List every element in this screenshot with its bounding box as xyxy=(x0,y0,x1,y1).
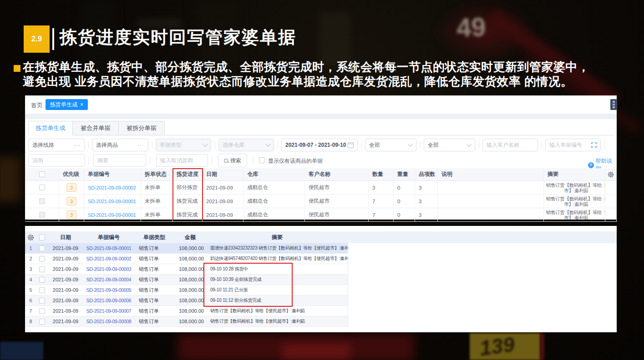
row-checkbox[interactable] xyxy=(39,277,45,283)
order-no-link[interactable]: SD-2021-09-09-00004 xyxy=(86,277,132,282)
more-vertical-icon[interactable] xyxy=(610,99,617,110)
erp-order-list-panel: 日期 单据编号 单据类型 金额 摘要 1 2021-09-09 SD-2021-… xyxy=(25,226,617,332)
product-select[interactable]: 选择商品 ··· xyxy=(92,139,148,151)
column-settings-gear-icon[interactable] xyxy=(25,231,36,243)
only-product-checkbox[interactable] xyxy=(259,157,265,163)
table-row[interactable]: 3 2021-09-09 SD-2021-09-09-00003 销售订单 10… xyxy=(25,264,348,275)
cell-summary: 销售订货【数码相机】等给【 市】:秦利茹 xyxy=(544,181,605,195)
table-row[interactable]: 6 2021-09-09 SD-2021-09-09-00006 销售订单 10… xyxy=(25,295,348,306)
order-no-link[interactable]: SD-2021-09-09-00001 xyxy=(88,212,136,218)
col-date: 日期 xyxy=(203,168,243,181)
order-no-input[interactable]: 输入单据编号 xyxy=(545,139,601,151)
cancel-reason-input[interactable]: 输入取消原因 xyxy=(156,154,208,167)
order-no-link[interactable]: SD-2021-09-09-00003 xyxy=(86,266,132,272)
order-no-link[interactable]: SD-2021-09-09-00002 xyxy=(86,256,132,261)
warehouse-select[interactable]: 选择仓库 xyxy=(218,139,274,151)
filter-separator xyxy=(88,141,89,149)
col-qty: 数量 xyxy=(369,168,394,181)
question-icon: ? xyxy=(588,162,594,168)
status-select-1-value: 全部 xyxy=(369,141,409,149)
page-tab-picking[interactable]: 拣货单生成 × xyxy=(46,99,88,110)
col-amount: 金额 xyxy=(174,231,206,243)
date-range-picker[interactable]: 2021-09-07 - 2021-09-10 xyxy=(281,139,358,151)
order-no-link[interactable]: SD-2021-09-09-00005 xyxy=(86,287,132,293)
order-no-link[interactable]: SD-2021-09-09-00006 xyxy=(86,298,132,303)
note-input[interactable]: 说明 xyxy=(28,154,85,167)
select-all-checkbox[interactable] xyxy=(39,235,45,240)
row-checkbox[interactable] xyxy=(39,266,45,272)
table-row[interactable]: 2 2021-09-09 SD-2021-09-09-00002 销售订单 10… xyxy=(25,254,348,264)
cell-summary: 09-10 11:21 已分派 xyxy=(206,285,348,295)
col-note: 说明 xyxy=(438,168,544,181)
status-select-2[interactable]: 全部 xyxy=(424,139,475,151)
order-type-placeholder: 单据类型 xyxy=(160,141,203,149)
row-checkbox[interactable] xyxy=(39,308,45,314)
close-icon[interactable]: × xyxy=(80,101,83,108)
priority-badge: 3 xyxy=(66,183,76,192)
cell-item-count: 3 xyxy=(415,208,438,222)
title-divider xyxy=(52,28,54,50)
col-customer: 客户名称 xyxy=(305,168,369,181)
filter-separator xyxy=(253,157,253,164)
bg-price-tag-edge xyxy=(540,333,544,360)
row-checkbox[interactable] xyxy=(39,256,45,262)
row-checkbox[interactable] xyxy=(39,287,45,293)
col-order-type: 单据类型 xyxy=(134,231,174,243)
section-number-badge: 2.9 xyxy=(24,25,50,53)
search-button[interactable]: 搜索 xyxy=(218,154,247,167)
table-row[interactable]: 8 2021-09-09 SD-2021-09-09-00008 销售订单 10… xyxy=(25,316,348,327)
row-checkbox[interactable] xyxy=(39,298,45,304)
customer-name-placeholder: 输入客户名称 xyxy=(487,141,534,149)
route-select[interactable]: 选择线路 ··· xyxy=(28,139,85,151)
cell-order-type: 销售订单 xyxy=(134,295,174,305)
date-range-value: 2021-09-07 - 2021-09-10 xyxy=(285,142,348,148)
cell-split-status: 未拆单 xyxy=(141,195,173,208)
cell-date: 2021-09-09 xyxy=(48,254,83,264)
breadcrumb-home[interactable]: 首页 xyxy=(31,101,43,110)
cell-summary: 09-10 11:12 部分拣货完成 xyxy=(206,295,348,305)
order-no-link[interactable]: SD-2021-09-09-00008 xyxy=(86,319,132,324)
status-select-1[interactable]: 全部 xyxy=(365,139,416,151)
order-no-link[interactable]: SD-2021-09-09-00002 xyxy=(88,185,136,190)
customer-name-input[interactable]: 输入客户名称 xyxy=(482,139,538,151)
scan-expand-icon[interactable] xyxy=(591,142,597,148)
table-row[interactable]: 3 SD-2021-09-09-00001 未拆单 拣货完成 2021-09-0… xyxy=(25,195,617,208)
row-checkbox[interactable] xyxy=(39,185,45,190)
filter-separator xyxy=(278,141,278,149)
priority-badge: 3 xyxy=(66,197,76,205)
table-row[interactable]: 5 2021-09-09 SD-2021-09-09-00005 销售订单 10… xyxy=(25,285,348,295)
summary-line2: 市】:秦利茹 xyxy=(564,188,588,193)
row-checkbox[interactable] xyxy=(39,319,45,325)
select-all-checkbox[interactable] xyxy=(39,171,45,177)
row-checkbox[interactable] xyxy=(39,245,45,251)
cell-weight: 0 xyxy=(394,181,415,195)
cell-date: 2021-09-09 xyxy=(203,181,243,195)
table-row[interactable]: 1 2021-09-09 SD-2021-09-09-00001 销售订单 10… xyxy=(25,243,348,254)
cell-date: 2021-09-09 xyxy=(48,306,83,316)
cell-date: 2021-09-09 xyxy=(48,264,83,274)
order-no-link[interactable]: SD-2021-09-09-00007 xyxy=(86,308,132,314)
only-product-checkbox-label: 显示仅有该商品的单据 xyxy=(268,157,323,165)
tab-split-orders[interactable]: 被拆分单据 xyxy=(118,121,165,135)
table-row[interactable]: 4 2021-09-09 SD-2021-09-09-00004 销售订单 10… xyxy=(25,275,348,285)
bg-red-board xyxy=(432,0,537,64)
order-no-link[interactable]: SD-2021-09-09-00001 xyxy=(86,245,132,251)
filter-separator xyxy=(152,141,152,149)
tab-merged-orders[interactable]: 被合并单据 xyxy=(72,121,119,135)
tab-picking-generate[interactable]: 拣货单生成 xyxy=(28,121,73,135)
row-checkbox[interactable] xyxy=(39,212,45,218)
column-settings-gear-icon[interactable] xyxy=(605,168,617,181)
order-type-select[interactable]: 单据类型 xyxy=(156,139,211,151)
table-row[interactable]: 3 SD-2021-09-09-00002 未拆单 部分拣货 2021-09-0… xyxy=(25,181,617,195)
table-row[interactable]: 7 2021-09-09 SD-2021-09-09-00007 销售订单 10… xyxy=(25,306,348,316)
summary-input[interactable]: 摘要 xyxy=(93,154,146,167)
cell-date: 2021-09-09 xyxy=(48,275,83,285)
cell-amount: 108,000.00 xyxy=(174,243,206,253)
row-number: 4 xyxy=(25,275,36,285)
inner-tabs: 拣货单生成 被合并单据 被拆分单据 xyxy=(28,119,614,135)
summary-line1: 销售订货【数码相机】等给【 xyxy=(546,182,605,188)
cell-order-type: 销售订单 xyxy=(134,285,174,295)
table-row[interactable]: 3 SD-2021-09-09-00001 未拆单 拣货完成 2021-09-0… xyxy=(25,208,617,222)
row-checkbox[interactable] xyxy=(39,198,45,204)
order-no-link[interactable]: SD-2021-09-09-00001 xyxy=(88,199,136,204)
